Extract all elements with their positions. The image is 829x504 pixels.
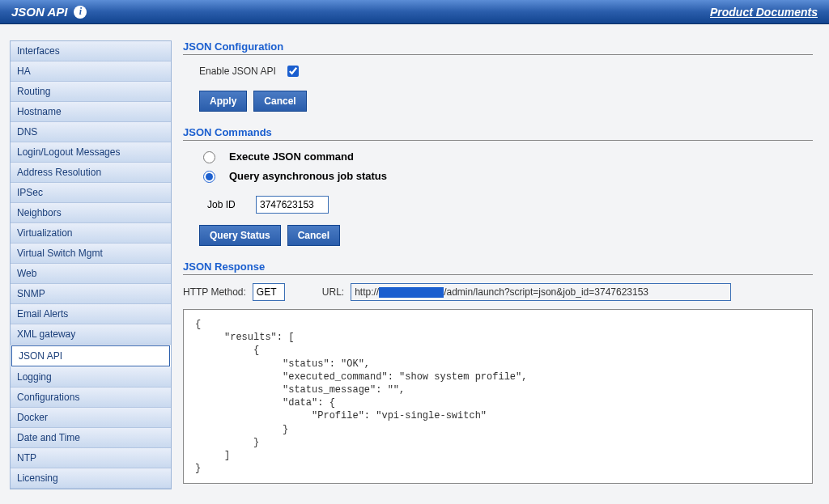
response-meta-row: HTTP Method: URL: http:///admin/launch?s… bbox=[183, 283, 813, 301]
section-json-configuration: JSON Configuration bbox=[183, 40, 813, 55]
sidebar-item-xml-gateway[interactable]: XML gateway bbox=[11, 324, 171, 345]
url-redacted-host bbox=[379, 287, 444, 298]
commands-button-row: Query Status Cancel bbox=[199, 225, 813, 246]
sidebar-item-json-api[interactable]: JSON API bbox=[11, 345, 170, 366]
jobid-row: Job ID bbox=[183, 196, 813, 214]
url-field[interactable]: http:///admin/launch?script=json&job_id=… bbox=[351, 283, 731, 301]
radio-query[interactable] bbox=[203, 171, 215, 183]
jobid-label: Job ID bbox=[207, 199, 248, 210]
layout: InterfacesHARoutingHostnameDNSLogin/Logo… bbox=[0, 24, 829, 499]
sidebar: InterfacesHARoutingHostnameDNSLogin/Logo… bbox=[10, 40, 172, 489]
app-header: JSON API i Product Documents bbox=[0, 0, 829, 24]
apply-button[interactable]: Apply bbox=[199, 91, 247, 112]
radio-query-label[interactable]: Query asynchronous job status bbox=[229, 170, 387, 182]
http-method-label: HTTP Method: bbox=[183, 286, 246, 298]
response-body[interactable]: { "results": [ { "status": "OK", "execut… bbox=[183, 309, 813, 484]
enable-json-checkbox[interactable] bbox=[287, 66, 299, 77]
sidebar-item-virtual-switch-mgmt[interactable]: Virtual Switch Mgmt bbox=[11, 244, 171, 264]
sidebar-item-ipsec[interactable]: IPSec bbox=[11, 183, 171, 203]
sidebar-item-email-alerts[interactable]: Email Alerts bbox=[11, 304, 171, 324]
query-status-button[interactable]: Query Status bbox=[199, 225, 281, 246]
sidebar-item-web[interactable]: Web bbox=[11, 264, 171, 284]
sidebar-item-virtualization[interactable]: Virtualization bbox=[11, 223, 171, 244]
commands-cancel-button[interactable]: Cancel bbox=[287, 225, 340, 246]
page-title: JSON API bbox=[11, 5, 67, 19]
sidebar-item-routing[interactable]: Routing bbox=[11, 82, 171, 102]
sidebar-item-interfaces[interactable]: Interfaces bbox=[11, 41, 171, 61]
radio-execute-label[interactable]: Execute JSON command bbox=[229, 150, 354, 163]
cancel-button[interactable]: Cancel bbox=[253, 91, 306, 112]
enable-json-label: Enable JSON API bbox=[199, 66, 276, 77]
radio-execute-row: Execute JSON command bbox=[183, 149, 813, 163]
config-button-row: Apply Cancel bbox=[199, 91, 813, 112]
main-content: JSON Configuration Enable JSON API Apply… bbox=[183, 40, 819, 484]
section-json-response: JSON Response bbox=[183, 260, 813, 275]
sidebar-item-dns[interactable]: DNS bbox=[11, 122, 171, 142]
sidebar-item-neighbors[interactable]: Neighbors bbox=[11, 203, 171, 223]
url-suffix: /admin/launch?script=json&job_id=3747623… bbox=[444, 286, 648, 298]
sidebar-item-login-logout-messages[interactable]: Login/Logout Messages bbox=[11, 142, 171, 163]
sidebar-item-snmp[interactable]: SNMP bbox=[11, 284, 171, 304]
radio-query-row: Query asynchronous job status bbox=[183, 168, 813, 183]
sidebar-item-configurations[interactable]: Configurations bbox=[11, 388, 171, 408]
header-title-wrap: JSON API i bbox=[11, 5, 87, 19]
http-method-value[interactable] bbox=[253, 283, 285, 301]
sidebar-item-docker[interactable]: Docker bbox=[11, 408, 171, 428]
sidebar-item-address-resolution[interactable]: Address Resolution bbox=[11, 163, 171, 183]
section-json-commands: JSON Commands bbox=[183, 126, 813, 141]
sidebar-item-licensing[interactable]: Licensing bbox=[11, 468, 171, 489]
header-right: Product Documents bbox=[710, 6, 818, 19]
product-documents-link[interactable]: Product Documents bbox=[710, 6, 818, 19]
url-prefix: http:// bbox=[355, 286, 379, 298]
sidebar-item-ntp[interactable]: NTP bbox=[11, 448, 171, 468]
sidebar-item-logging[interactable]: Logging bbox=[11, 367, 171, 388]
info-icon[interactable]: i bbox=[74, 6, 87, 19]
sidebar-item-hostname[interactable]: Hostname bbox=[11, 102, 171, 122]
enable-json-row: Enable JSON API bbox=[183, 63, 813, 79]
url-label: URL: bbox=[322, 286, 344, 298]
sidebar-item-date-and-time[interactable]: Date and Time bbox=[11, 428, 171, 448]
sidebar-item-ha[interactable]: HA bbox=[11, 61, 171, 82]
radio-execute[interactable] bbox=[203, 151, 215, 163]
jobid-input[interactable] bbox=[256, 196, 329, 214]
